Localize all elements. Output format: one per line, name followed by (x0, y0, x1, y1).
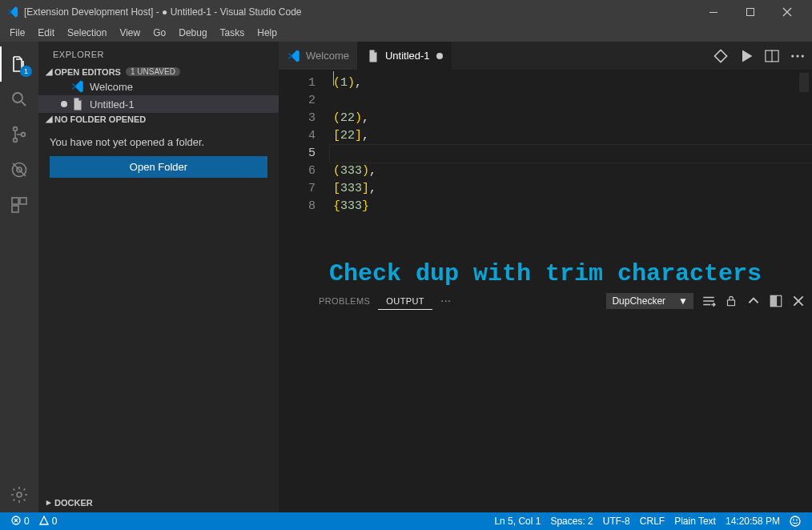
panel-tab-bar: PROBLEMS OUTPUT ··· DupChecker ▼ (279, 289, 812, 313)
activity-debug-icon[interactable] (0, 152, 38, 187)
run-icon[interactable] (738, 48, 754, 64)
docker-label: DOCKER (54, 498, 93, 508)
svg-rect-8 (12, 198, 18, 204)
unsaved-count-badge: 1 UNSAVED (126, 67, 180, 76)
status-time: 14:20:58 PM (721, 516, 785, 527)
vscode-logo-icon (6, 6, 19, 18)
collapse-panel-icon[interactable] (746, 294, 761, 308)
text-editor[interactable]: 1 2 3 4 5 6 7 8 (1), (22), [22], (333), … (279, 70, 812, 288)
dirty-indicator-icon (61, 101, 67, 107)
svg-point-5 (22, 133, 26, 137)
open-editor-label: Untitled-1 (90, 98, 135, 110)
panel-tab-output[interactable]: OUTPUT (378, 293, 432, 310)
vscode-file-icon (287, 49, 301, 63)
menu-selection[interactable]: Selection (61, 26, 113, 40)
svg-point-20 (790, 516, 800, 526)
window-titlebar: [Extension Development Host] - ● Untitle… (0, 0, 812, 24)
activity-search-icon[interactable] (0, 82, 38, 117)
panel-tab-overflow-icon[interactable]: ··· (432, 297, 459, 305)
svg-point-21 (793, 520, 794, 521)
code-line[interactable]: [22], (330, 127, 812, 145)
chevron-down-icon: ▼ (678, 295, 688, 307)
svg-rect-9 (20, 198, 26, 204)
code-content[interactable]: (1), (22), [22], (333), [333], {333} (330, 70, 812, 288)
svg-point-14 (796, 54, 798, 57)
activity-badge: 1 (20, 66, 32, 77)
code-line[interactable]: [333], (330, 180, 812, 198)
code-line[interactable]: (333), (330, 163, 812, 180)
status-encoding[interactable]: UTF-8 (598, 516, 635, 527)
vscode-file-icon (70, 79, 85, 94)
activity-extensions-icon[interactable] (0, 187, 38, 223)
svg-rect-16 (728, 300, 735, 306)
window-close-button[interactable] (769, 0, 806, 24)
menu-tasks[interactable]: Tasks (214, 26, 251, 40)
code-line[interactable] (330, 92, 812, 110)
window-maximize-button[interactable] (732, 0, 769, 24)
status-cursor-position[interactable]: Ln 5, Col 1 (489, 516, 545, 527)
output-channel-select[interactable]: DupChecker ▼ (606, 293, 693, 309)
window-title: [Extension Development Host] - ● Untitle… (24, 6, 302, 18)
panel-tab-problems[interactable]: PROBLEMS (311, 293, 378, 309)
lock-scroll-icon[interactable] (724, 294, 738, 308)
line-number-gutter: 1 2 3 4 5 6 7 8 (279, 70, 330, 288)
menu-help[interactable]: Help (251, 26, 283, 40)
more-actions-icon[interactable] (790, 48, 806, 64)
compare-changes-icon[interactable] (713, 48, 729, 64)
file-icon (70, 97, 85, 111)
menu-edit[interactable]: Edit (31, 26, 61, 40)
no-folder-label: NO FOLDER OPENED (54, 114, 146, 124)
svg-point-15 (802, 54, 804, 57)
activity-settings-icon[interactable] (0, 477, 38, 512)
status-errors[interactable]: 0 (6, 516, 34, 528)
tab-untitled[interactable]: Untitled-1 (358, 42, 452, 70)
no-folder-header[interactable]: ◢ NO FOLDER OPENED (38, 113, 279, 125)
code-line-current[interactable] (330, 145, 812, 163)
svg-rect-1 (747, 9, 754, 16)
svg-point-13 (791, 54, 794, 57)
svg-rect-10 (12, 206, 18, 212)
svg-point-2 (13, 93, 22, 102)
activity-bar: 1 (0, 42, 38, 512)
code-line[interactable]: {333} (330, 198, 812, 215)
svg-point-3 (14, 127, 18, 131)
tab-label: Welcome (306, 50, 349, 62)
tab-welcome[interactable]: Welcome (279, 42, 358, 70)
code-line[interactable]: (22), (330, 110, 812, 127)
clear-output-icon[interactable] (701, 294, 716, 308)
menu-view[interactable]: View (113, 26, 147, 40)
menu-debug[interactable]: Debug (172, 26, 213, 40)
status-bar: 0 0 Ln 5, Col 1 Spaces: 2 UTF-8 CRLF Pla… (0, 512, 812, 530)
status-language[interactable]: Plain Text (669, 516, 721, 527)
code-line[interactable]: (1), (330, 74, 812, 92)
output-panel-body[interactable] (279, 313, 812, 512)
close-panel-icon[interactable] (791, 294, 806, 308)
sidebar-title: EXPLORER (38, 42, 279, 66)
svg-point-11 (17, 492, 22, 497)
status-eol[interactable]: CRLF (635, 516, 669, 527)
svg-point-4 (14, 139, 18, 143)
menu-file[interactable]: File (3, 26, 31, 40)
open-editor-untitled[interactable]: Untitled-1 (38, 95, 279, 113)
status-warnings[interactable]: 0 (34, 516, 62, 528)
activity-source-control-icon[interactable] (0, 117, 38, 152)
tab-label: Untitled-1 (385, 50, 430, 62)
open-editors-label: OPEN EDITORS (54, 67, 121, 77)
open-editor-welcome[interactable]: Welcome (38, 78, 279, 95)
docker-section-header[interactable]: ▸ DOCKER (38, 496, 279, 512)
chevron-down-icon: ◢ (43, 114, 54, 124)
warning-icon (39, 516, 49, 528)
maximize-panel-icon[interactable] (769, 294, 783, 308)
status-indent[interactable]: Spaces: 2 (545, 516, 597, 527)
window-minimize-button[interactable] (695, 0, 732, 24)
output-channel-label: DupChecker (612, 295, 665, 307)
open-folder-button[interactable]: Open Folder (50, 156, 267, 178)
split-editor-icon[interactable] (764, 48, 780, 64)
text-cursor-icon (333, 71, 334, 86)
status-feedback-icon[interactable] (785, 516, 806, 527)
dirty-indicator-icon (436, 53, 443, 59)
file-icon (366, 49, 380, 63)
activity-explorer-icon[interactable]: 1 (0, 46, 38, 82)
menu-go[interactable]: Go (147, 26, 172, 40)
open-editors-header[interactable]: ◢ OPEN EDITORS 1 UNSAVED (38, 66, 279, 78)
